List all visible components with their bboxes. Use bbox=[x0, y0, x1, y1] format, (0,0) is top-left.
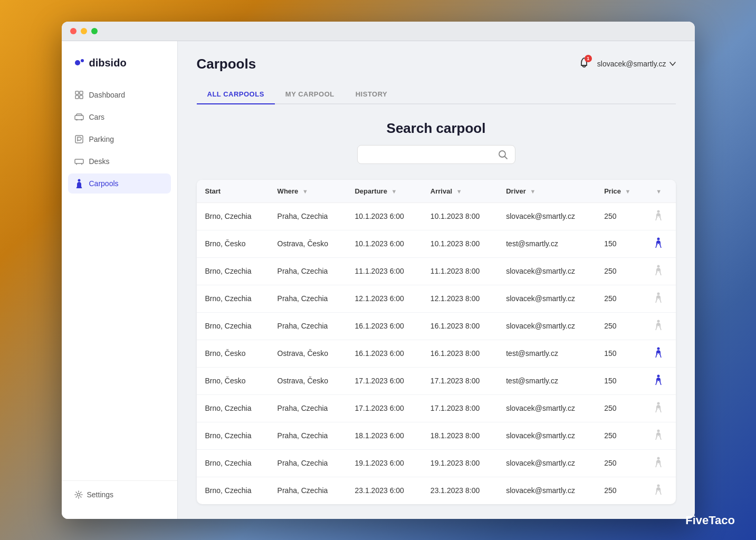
join-carpool-icon[interactable] bbox=[654, 239, 663, 250]
cell-action[interactable] bbox=[645, 312, 675, 340]
cell-action[interactable] bbox=[645, 449, 675, 477]
filter-price-icon[interactable]: ▼ bbox=[625, 188, 631, 195]
cell-price: 250 bbox=[596, 257, 645, 285]
join-carpool-icon[interactable] bbox=[654, 431, 663, 442]
carpools-table: Start Where ▼ Departure ▼ Arrival bbox=[197, 180, 676, 504]
join-carpool-icon[interactable] bbox=[654, 267, 663, 277]
cell-departure: 16.1.2023 6:00 bbox=[346, 340, 422, 367]
cell-start: Brno, Česko bbox=[197, 230, 269, 257]
notifications-button[interactable]: 1 bbox=[578, 57, 590, 71]
minimize-button[interactable] bbox=[81, 28, 87, 34]
cell-where: Praha, Czechia bbox=[269, 257, 347, 285]
table-row: Brno, ČeskoOstrava, Česko17.1.2023 6:001… bbox=[197, 367, 676, 394]
cell-driver: slovacek@smartly.cz bbox=[497, 257, 596, 285]
cell-departure: 12.1.2023 6:00 bbox=[346, 285, 422, 312]
join-carpool-icon[interactable] bbox=[654, 404, 663, 414]
cell-arrival: 16.1.2023 8:00 bbox=[422, 340, 497, 367]
cell-start: Brno, Czechia bbox=[197, 477, 269, 504]
search-input[interactable] bbox=[365, 150, 494, 159]
cell-arrival: 23.1.2023 8:00 bbox=[422, 477, 497, 504]
tab-my-carpool[interactable]: MY CARPOOL bbox=[275, 85, 345, 104]
cell-price: 250 bbox=[596, 422, 645, 449]
search-section: Search carpool bbox=[197, 120, 676, 164]
tab-all-carpools[interactable]: ALL CARPOOLS bbox=[197, 85, 275, 104]
user-menu[interactable]: slovacek@smartly.cz bbox=[597, 60, 676, 68]
svg-rect-3 bbox=[80, 91, 83, 94]
sidebar-item-desks-label: Desks bbox=[89, 157, 110, 166]
cell-departure: 16.1.2023 6:00 bbox=[346, 312, 422, 340]
filter-action-icon[interactable]: ▼ bbox=[656, 188, 662, 195]
filter-arrival-icon[interactable]: ▼ bbox=[456, 188, 462, 195]
cell-driver: slovacek@smartly.cz bbox=[497, 285, 596, 312]
cell-arrival: 12.1.2023 8:00 bbox=[422, 285, 497, 312]
table-row: Brno, CzechiaPraha, Czechia23.1.2023 6:0… bbox=[197, 477, 676, 504]
cell-action[interactable] bbox=[645, 202, 675, 230]
tab-history[interactable]: HISTORY bbox=[345, 85, 398, 104]
svg-rect-5 bbox=[80, 95, 83, 99]
join-carpool-icon[interactable] bbox=[654, 294, 663, 305]
sidebar-item-carpools[interactable]: Carpools bbox=[68, 173, 171, 194]
cell-departure: 23.1.2023 6:00 bbox=[346, 477, 422, 504]
cell-departure: 10.1.2023 6:00 bbox=[346, 202, 422, 230]
col-where[interactable]: Where ▼ bbox=[269, 180, 347, 203]
filter-driver-icon[interactable]: ▼ bbox=[530, 188, 535, 195]
cell-arrival: 10.1.2023 8:00 bbox=[422, 230, 497, 257]
maximize-button[interactable] bbox=[91, 28, 98, 34]
join-carpool-icon[interactable] bbox=[654, 377, 663, 387]
svg-point-22 bbox=[657, 429, 660, 432]
cell-where: Praha, Czechia bbox=[269, 285, 347, 312]
cars-icon bbox=[74, 112, 84, 122]
search-title: Search carpool bbox=[197, 120, 676, 137]
cell-start: Brno, Czechia bbox=[197, 285, 269, 312]
cell-action[interactable] bbox=[645, 257, 675, 285]
app-body: dibsido Dashboard bbox=[62, 41, 695, 519]
cell-action[interactable] bbox=[645, 477, 675, 504]
join-carpool-icon[interactable] bbox=[654, 349, 663, 360]
col-action[interactable]: ▼ bbox=[645, 180, 675, 203]
col-departure[interactable]: Departure ▼ bbox=[346, 180, 422, 203]
cell-arrival: 11.1.2023 8:00 bbox=[422, 257, 497, 285]
svg-point-17 bbox=[657, 292, 660, 295]
settings-item[interactable]: Settings bbox=[74, 487, 165, 502]
svg-point-21 bbox=[657, 402, 660, 404]
sidebar-item-parking[interactable]: Parking bbox=[68, 129, 171, 149]
table: Start Where ▼ Departure ▼ Arrival bbox=[197, 180, 676, 504]
cell-action[interactable] bbox=[645, 422, 675, 449]
svg-point-16 bbox=[657, 265, 660, 267]
cell-start: Brno, Czechia bbox=[197, 449, 269, 477]
close-button[interactable] bbox=[70, 28, 76, 34]
sidebar-item-cars-label: Cars bbox=[89, 113, 105, 121]
cell-action[interactable] bbox=[645, 230, 675, 257]
join-carpool-icon[interactable] bbox=[654, 486, 663, 497]
join-carpool-icon[interactable] bbox=[654, 212, 663, 223]
svg-rect-4 bbox=[75, 95, 79, 99]
col-driver[interactable]: Driver ▼ bbox=[497, 180, 596, 203]
col-price[interactable]: Price ▼ bbox=[596, 180, 645, 203]
cell-action[interactable] bbox=[645, 340, 675, 367]
cell-action[interactable] bbox=[645, 285, 675, 312]
sidebar-item-cars[interactable]: Cars bbox=[68, 107, 171, 127]
cell-price: 250 bbox=[596, 394, 645, 422]
filter-where-icon[interactable]: ▼ bbox=[302, 188, 308, 195]
cell-action[interactable] bbox=[645, 367, 675, 394]
svg-point-19 bbox=[657, 347, 660, 350]
svg-point-13 bbox=[499, 151, 505, 157]
sidebar-item-desks[interactable]: Desks bbox=[68, 151, 171, 171]
table-row: Brno, CzechiaPraha, Czechia18.1.2023 6:0… bbox=[197, 422, 676, 449]
table-row: Brno, CzechiaPraha, Czechia11.1.2023 6:0… bbox=[197, 257, 676, 285]
cell-start: Brno, Czechia bbox=[197, 422, 269, 449]
col-arrival[interactable]: Arrival ▼ bbox=[422, 180, 497, 203]
cell-arrival: 18.1.2023 8:00 bbox=[422, 422, 497, 449]
cell-where: Praha, Czechia bbox=[269, 312, 347, 340]
svg-rect-10 bbox=[75, 159, 83, 163]
sidebar-item-dashboard[interactable]: Dashboard bbox=[68, 85, 171, 105]
cell-where: Praha, Czechia bbox=[269, 422, 347, 449]
join-carpool-icon[interactable] bbox=[654, 459, 663, 469]
chevron-down-icon bbox=[669, 62, 676, 66]
cell-departure: 11.1.2023 6:00 bbox=[346, 257, 422, 285]
join-carpool-icon[interactable] bbox=[654, 322, 663, 332]
fivetaco-branding: FiveTaco bbox=[685, 514, 735, 527]
cell-where: Praha, Czechia bbox=[269, 477, 347, 504]
cell-action[interactable] bbox=[645, 394, 675, 422]
filter-departure-icon[interactable]: ▼ bbox=[391, 188, 397, 195]
